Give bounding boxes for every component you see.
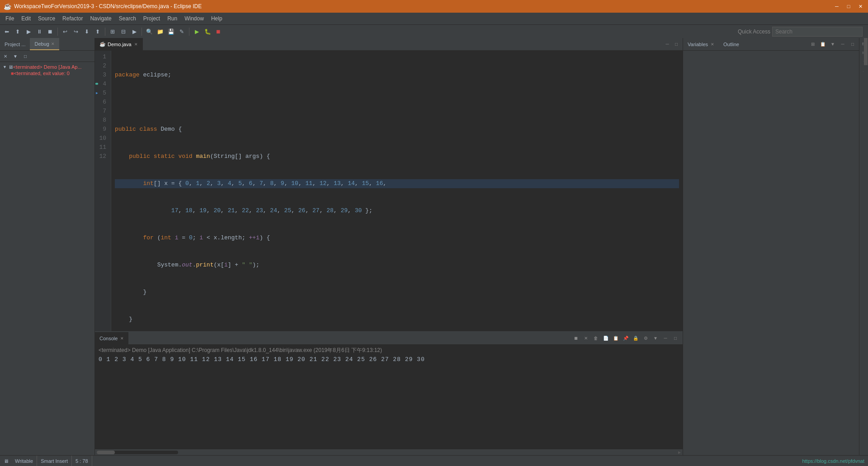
tree-item-demo[interactable]: ▼ 🖥 <terminated> Demo [Java Ap... xyxy=(2,64,93,70)
tab-project[interactable]: Project ... xyxy=(0,38,30,50)
right-scrollbar-thumb[interactable] xyxy=(864,38,868,65)
status-smart-insert: Smart Insert xyxy=(37,456,72,466)
tree-icon-1: 🖥 xyxy=(8,64,13,70)
code-area[interactable]: package eclipse; public class Demo { pub… xyxy=(111,51,683,331)
toolbar-btn-15[interactable]: 💾 xyxy=(166,27,176,37)
toolbar-btn-13[interactable]: 🔍 xyxy=(144,27,154,37)
toolbar-search-area: Quick Access xyxy=(738,27,866,37)
code-line-3: public class Demo { xyxy=(115,125,679,134)
menu-source[interactable]: Source xyxy=(34,13,59,24)
editor-tab-close[interactable]: ✕ xyxy=(134,42,138,47)
menu-edit[interactable]: Edit xyxy=(18,13,34,24)
editor-tab-demo[interactable]: ☕ Demo.java ✕ xyxy=(95,38,143,50)
right-panel-content xyxy=(683,51,859,455)
toolbar-btn-4[interactable]: ⏸ xyxy=(34,27,44,37)
right-toolbar-btn-2[interactable]: 📋 xyxy=(818,40,827,49)
toolbar-btn-6[interactable]: ↩ xyxy=(60,27,70,37)
toolbar-btn-1[interactable]: ⬅ xyxy=(2,27,12,37)
toolbar-btn-8[interactable]: ⬇ xyxy=(82,27,92,37)
panel-toolbar-btn-1[interactable]: ✕ xyxy=(1,52,10,61)
menu-project[interactable]: Project xyxy=(140,13,164,24)
tree-label-1: <terminated> Demo [Java Ap... xyxy=(13,64,82,70)
toolbar-run-btn[interactable]: ▶ xyxy=(192,27,202,37)
line-num-10: 10 xyxy=(95,134,108,143)
right-panel-toolbar: ⊞ 📋 ▼ ─ □ xyxy=(808,40,859,49)
console-btn-7[interactable]: 🔒 xyxy=(631,334,640,343)
scrollbar-thumb[interactable] xyxy=(97,451,115,454)
scroll-right-arrow[interactable]: ▶ xyxy=(678,450,681,455)
console-btn-2[interactable]: ✕ xyxy=(581,334,590,343)
menu-run[interactable]: Run xyxy=(164,13,181,24)
console-minimize[interactable]: ─ xyxy=(661,334,670,343)
console-terminated-msg: <terminated> Demo [Java Application] C:\… xyxy=(99,347,679,354)
toolbar-separator-4 xyxy=(189,28,189,36)
toolbar-btn-7[interactable]: ↪ xyxy=(71,27,81,37)
menu-refactor[interactable]: Refactor xyxy=(59,13,86,24)
tab-variables[interactable]: Variables ✕ xyxy=(683,38,719,50)
tree-item-terminated[interactable]: ■ <terminated, exit value: 0 xyxy=(2,70,93,76)
menu-window[interactable]: Window xyxy=(181,13,208,24)
right-toolbar-btn-3[interactable]: ▼ xyxy=(828,40,837,49)
toolbar-btn-9[interactable]: ⬆ xyxy=(93,27,103,37)
status-url[interactable]: https://blog.csdn.net/pfdvnat xyxy=(802,458,864,464)
toolbar-btn-10[interactable]: ⊞ xyxy=(108,27,118,37)
left-panel-toolbar: ✕ ▼ □ xyxy=(0,51,94,62)
right-toolbar-maximize[interactable]: □ xyxy=(848,40,857,49)
line-num-6: 6 xyxy=(95,98,108,107)
maximize-button[interactable]: □ xyxy=(844,2,853,10)
editor-min-btn[interactable]: ─ xyxy=(664,41,671,48)
right-scrollbar[interactable] xyxy=(863,38,868,309)
toolbar-separator-3 xyxy=(142,28,142,36)
search-input[interactable] xyxy=(772,27,863,37)
horizontal-scrollbar[interactable] xyxy=(97,451,178,454)
console-tab-close[interactable]: ✕ xyxy=(120,336,124,341)
toolbar-btn-12[interactable]: ▶ xyxy=(129,27,139,37)
code-line-8: System.out.print(x[i] + " "); xyxy=(115,261,679,270)
code-line-5: int[] x = { 0, 1, 2, 3, 4, 5, 6, 7, 8, 9… xyxy=(115,179,679,188)
toolbar-btn-5[interactable]: ⏹ xyxy=(45,27,55,37)
toolbar-btn-2[interactable]: ⬆ xyxy=(13,27,23,37)
tab-variables-close[interactable]: ✕ xyxy=(711,42,714,47)
menu-file[interactable]: File xyxy=(2,13,18,24)
console-maximize[interactable]: □ xyxy=(671,334,680,343)
console-btn-8[interactable]: ⚙ xyxy=(641,334,650,343)
panel-toolbar-btn-3[interactable]: □ xyxy=(21,52,30,61)
toolbar-btn-14[interactable]: 📁 xyxy=(155,27,165,37)
right-toolbar-btn-1[interactable]: ⊞ xyxy=(808,40,817,49)
toolbar-stop-btn[interactable]: ⏹ xyxy=(213,27,223,37)
toolbar-btn-11[interactable]: ⊟ xyxy=(118,27,128,37)
editor-tabs: ☕ Demo.java ✕ ─ □ xyxy=(95,38,683,51)
line-numbers: 1 2 3 ●4 ▶5 6 7 8 9 10 11 12 xyxy=(95,51,111,331)
tab-outline-label: Outline xyxy=(723,42,739,47)
editor[interactable]: 1 2 3 ●4 ▶5 6 7 8 9 10 11 12 package ecl… xyxy=(95,51,683,331)
console-btn-4[interactable]: 📄 xyxy=(601,334,610,343)
menu-navigate[interactable]: Navigate xyxy=(86,13,115,24)
app-icon: ☕ xyxy=(4,3,11,10)
console-content: <terminated> Demo [Java Application] C:\… xyxy=(95,345,683,449)
toolbar-debug-btn[interactable]: 🐛 xyxy=(203,27,212,37)
console-btn-3[interactable]: 🗑 xyxy=(591,334,600,343)
menu-help[interactable]: Help xyxy=(208,13,226,24)
console-btn-5[interactable]: 📋 xyxy=(611,334,620,343)
console-btn-6[interactable]: 📌 xyxy=(621,334,630,343)
close-button[interactable]: ✕ xyxy=(856,2,864,10)
toolbar-btn-16[interactable]: ✎ xyxy=(177,27,187,37)
line-num-7: 7 xyxy=(95,107,108,116)
minimize-button[interactable]: ─ xyxy=(833,2,841,10)
tab-outline[interactable]: Outline xyxy=(719,38,744,50)
console-tab[interactable]: Console ✕ xyxy=(95,332,128,344)
tab-debug[interactable]: Debug ✕ xyxy=(30,38,59,50)
toolbar-btn-3[interactable]: ▶ xyxy=(24,27,33,37)
menu-search[interactable]: Search xyxy=(115,13,140,24)
console-btn-1[interactable]: ⏹ xyxy=(571,334,580,343)
right-panel-tabs: Variables ✕ Outline ⊞ 📋 ▼ ─ □ xyxy=(683,38,859,51)
line-num-4: ●4 xyxy=(95,80,108,89)
panel-toolbar-btn-2[interactable]: ▼ xyxy=(11,52,20,61)
window-title: WorkspaceTwoForVersion2019-3 - CSDN/src/… xyxy=(14,3,833,10)
console-btn-9[interactable]: ▼ xyxy=(651,334,660,343)
bottom-scroll[interactable]: ▶ xyxy=(95,449,683,455)
tab-debug-close[interactable]: ✕ xyxy=(51,42,55,46)
editor-max-btn[interactable]: □ xyxy=(673,41,680,48)
editor-tab-icon: ☕ xyxy=(99,41,106,47)
right-toolbar-minimize[interactable]: ─ xyxy=(838,40,847,49)
